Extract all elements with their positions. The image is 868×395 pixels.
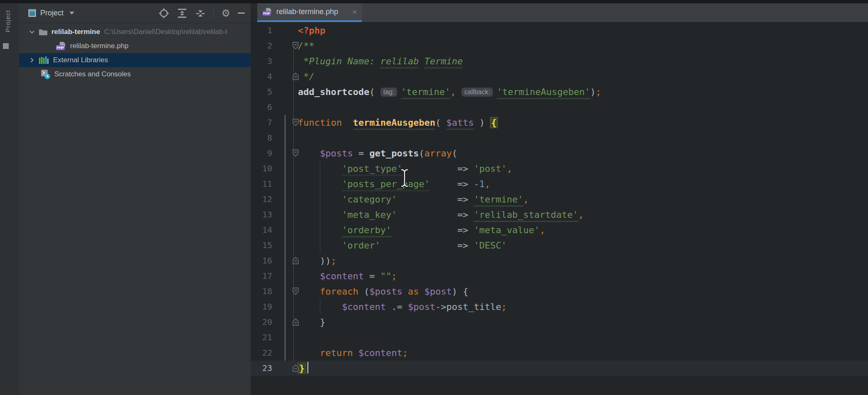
code-line[interactable]: 12 'category' => 'termine', bbox=[251, 192, 868, 207]
line-number[interactable]: 10 bbox=[251, 161, 276, 176]
fold-marker-icon[interactable] bbox=[276, 146, 298, 161]
tree-item-label[interactable]: Scratches and Consoles bbox=[54, 70, 131, 78]
locate-icon[interactable] bbox=[158, 8, 169, 19]
line-number[interactable]: 9 bbox=[251, 146, 276, 161]
code-line[interactable]: 16 )); bbox=[251, 253, 868, 268]
code-line[interactable]: 14 'orderby' => 'meta_value', bbox=[251, 222, 868, 238]
fold-marker-icon[interactable] bbox=[276, 38, 298, 54]
line-number[interactable]: 16 bbox=[251, 253, 276, 268]
folder-icon bbox=[39, 28, 48, 36]
svg-text:PHP: PHP bbox=[263, 12, 270, 15]
close-icon[interactable]: × bbox=[352, 8, 357, 16]
code-line[interactable]: 13 'meta_key' => 'relilab_startdate', bbox=[251, 207, 868, 222]
tree-row-php-file[interactable]: PHP relilab-termine.php bbox=[19, 39, 251, 53]
line-number[interactable]: 17 bbox=[251, 268, 276, 284]
code-line[interactable]: 17 $content = ""; bbox=[251, 268, 868, 284]
line-number[interactable]: 4 bbox=[251, 69, 276, 84]
code-token: ( bbox=[452, 148, 457, 158]
code-line[interactable]: 4 */ bbox=[251, 69, 868, 84]
code-line[interactable]: 2/** bbox=[251, 38, 868, 54]
code-line[interactable]: 3 *Plugin Name: relilab Termine bbox=[251, 54, 868, 69]
code-token: => bbox=[402, 163, 474, 174]
code-line[interactable]: 18 foreach ($posts as $post) { bbox=[251, 284, 868, 299]
code-token: -> bbox=[435, 302, 446, 312]
line-number[interactable]: 12 bbox=[251, 192, 276, 207]
fold-marker-icon[interactable] bbox=[276, 315, 298, 330]
code-line[interactable]: 23} bbox=[251, 361, 868, 376]
code-area[interactable]: 1<?php2/**3 *Plugin Name: relilab Termin… bbox=[251, 22, 868, 376]
code-token: 'post_type' bbox=[342, 163, 402, 174]
line-number[interactable]: 6 bbox=[251, 100, 276, 115]
line-number[interactable]: 13 bbox=[251, 207, 276, 222]
line-number[interactable]: 11 bbox=[251, 176, 276, 192]
line-number[interactable]: 22 bbox=[251, 345, 276, 361]
tree-item-label[interactable]: relilab-termine bbox=[51, 28, 100, 36]
tab-label[interactable]: relilab-termine.php bbox=[276, 7, 338, 16]
window-top-strip bbox=[0, 0, 868, 3]
code-line[interactable]: 20 } bbox=[251, 315, 868, 330]
chevron-collapsed-icon[interactable] bbox=[28, 57, 36, 63]
chevron-expanded-icon[interactable] bbox=[28, 29, 36, 35]
code-token bbox=[298, 240, 342, 251]
fold-marker-icon[interactable] bbox=[276, 253, 298, 268]
fold-gutter bbox=[276, 161, 298, 176]
code-line[interactable]: 9 $posts = get_posts(array( bbox=[251, 146, 868, 161]
code-text: */ bbox=[298, 69, 868, 84]
tree-item-label[interactable]: External Libraries bbox=[53, 56, 108, 64]
code-line[interactable]: 11 'posts_per_page' => -1, bbox=[251, 176, 868, 192]
line-number[interactable]: 15 bbox=[251, 238, 276, 253]
code-token bbox=[298, 179, 342, 189]
fold-marker-icon[interactable] bbox=[276, 115, 298, 130]
code-line[interactable]: 7function termineAusgeben( $atts ) { bbox=[251, 115, 868, 130]
line-number[interactable]: 2 bbox=[251, 38, 276, 54]
fold-gutter bbox=[276, 222, 298, 238]
code-token bbox=[298, 286, 320, 297]
line-number[interactable]: 1 bbox=[251, 23, 276, 38]
collapse-all-icon[interactable] bbox=[195, 8, 206, 19]
chevron-down-icon[interactable] bbox=[69, 12, 74, 15]
tree-row-scratches[interactable]: Scratches and Consoles bbox=[19, 67, 251, 81]
code-line[interactable]: 15 'order' => 'DESC' bbox=[251, 238, 868, 253]
stripe-project-label[interactable]: Project bbox=[4, 10, 11, 32]
code-token: , bbox=[451, 87, 456, 97]
tab-relilab-termine[interactable]: PHP relilab-termine.php × bbox=[257, 3, 362, 22]
code-token bbox=[342, 117, 353, 128]
fold-marker-icon[interactable] bbox=[276, 69, 298, 84]
hide-panel-icon[interactable] bbox=[238, 12, 245, 14]
code-token bbox=[298, 271, 320, 281]
code-token: $content bbox=[320, 271, 364, 281]
tree-row-external-libraries[interactable]: External Libraries bbox=[19, 53, 251, 67]
gear-icon[interactable]: ⚙ bbox=[221, 8, 230, 18]
fold-marker-icon[interactable] bbox=[276, 284, 298, 299]
line-number[interactable]: 23 bbox=[251, 361, 276, 376]
line-number[interactable]: 19 bbox=[251, 299, 276, 315]
fold-gutter bbox=[276, 207, 298, 222]
project-panel-header: Project bbox=[19, 3, 251, 23]
code-line[interactable]: 6 bbox=[251, 100, 868, 115]
line-number[interactable]: 21 bbox=[251, 330, 276, 345]
line-number[interactable]: 20 bbox=[251, 315, 276, 330]
line-number[interactable]: 14 bbox=[251, 222, 276, 238]
fold-marker-icon[interactable] bbox=[276, 361, 298, 376]
project-panel-title[interactable]: Project bbox=[40, 9, 63, 17]
code-line[interactable]: 5add_shortcode( tag:'termine', callback:… bbox=[251, 84, 868, 100]
code-editor[interactable]: 1<?php2/**3 *Plugin Name: relilab Termin… bbox=[251, 22, 868, 395]
code-token: termineAusgeben bbox=[353, 117, 435, 128]
tree-row-project-root[interactable]: relilab-termine C:\Users\Daniel\Desktop\… bbox=[19, 25, 251, 39]
code-line[interactable]: 22 return $content; bbox=[251, 345, 868, 361]
line-number[interactable]: 18 bbox=[251, 284, 276, 299]
code-token: => bbox=[391, 225, 474, 235]
code-text: $posts = get_posts(array( bbox=[298, 146, 868, 161]
code-line[interactable]: 19 $content .= $post->post_title; bbox=[251, 299, 868, 315]
line-number[interactable]: 3 bbox=[251, 54, 276, 69]
code-line[interactable]: 1<?php bbox=[251, 23, 868, 38]
code-line[interactable]: 8 bbox=[251, 130, 868, 146]
line-number[interactable]: 7 bbox=[251, 115, 276, 130]
line-number[interactable]: 8 bbox=[251, 130, 276, 146]
expand-all-icon[interactable] bbox=[177, 8, 188, 19]
tool-window-square-icon[interactable] bbox=[3, 43, 9, 49]
code-line[interactable]: 21 bbox=[251, 330, 868, 345]
tree-item-label[interactable]: relilab-termine.php bbox=[70, 42, 129, 50]
code-line[interactable]: 10 'post_type' => 'post', bbox=[251, 161, 868, 176]
line-number[interactable]: 5 bbox=[251, 84, 276, 100]
